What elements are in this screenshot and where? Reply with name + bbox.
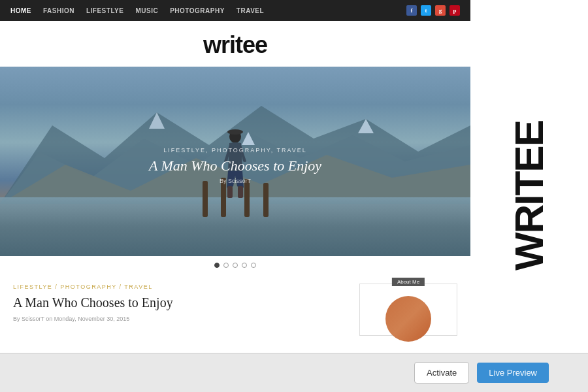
hero-category: LIFESTLYE, PHOTOGRAPHY, TRAVEL — [0, 147, 470, 154]
dot-3[interactable] — [233, 263, 238, 268]
brand-vertical-text: WRITEE — [509, 121, 549, 270]
about-me-label: About Me — [392, 278, 425, 286]
content-section: LIFESTLYE / PHOTOGRAPHY / TRAVEL A Man W… — [0, 274, 470, 336]
nav-photography[interactable]: PHOTOGRAPHY — [170, 7, 225, 14]
right-panel: WRITEE — [470, 0, 588, 392]
water-reflection — [0, 197, 470, 256]
googleplus-icon[interactable]: g — [435, 5, 446, 16]
site-title-bar: writee — [0, 21, 470, 67]
sidebar-box: About Me — [359, 284, 457, 336]
site-title[interactable]: writee — [0, 31, 470, 59]
article-section: LIFESTLYE / PHOTOGRAPHY / TRAVEL A Man W… — [13, 284, 359, 336]
slider-dots — [0, 256, 470, 274]
hero-title: A Man Who Chooses to Enjoy — [0, 157, 470, 174]
nav-fashion[interactable]: FASHION — [43, 7, 74, 14]
svg-rect-9 — [238, 186, 243, 198]
dot-2[interactable] — [223, 263, 229, 268]
activate-button[interactable]: Activate — [414, 362, 469, 384]
live-preview-button[interactable]: Live Preview — [477, 363, 549, 383]
nav-lifestyle[interactable]: LIFESTLYE — [86, 7, 123, 14]
dot-4[interactable] — [242, 263, 247, 268]
dot-5[interactable] — [251, 263, 256, 268]
theme-preview: HOME FASHION LIFESTLYE MUSIC PHOTOGRAPHY… — [0, 0, 470, 353]
dock-post-1 — [203, 181, 208, 217]
nav-links: HOME FASHION LIFESTLYE MUSIC PHOTOGRAPHY… — [10, 7, 264, 14]
facebook-icon[interactable]: f — [406, 5, 417, 16]
article-title[interactable]: A Man Who Chooses to Enjoy — [13, 295, 346, 310]
pinterest-icon[interactable]: p — [449, 5, 460, 16]
nav-social: f t g p — [406, 5, 460, 16]
hero-section: LIFESTLYE, PHOTOGRAPHY, TRAVEL A Man Who… — [0, 67, 470, 256]
svg-rect-8 — [227, 186, 233, 198]
bottom-bar: Activate Live Preview — [0, 353, 588, 392]
hero-author: By ScissorT — [0, 178, 470, 184]
main-wrapper: HOME FASHION LIFESTLYE MUSIC PHOTOGRAPHY… — [0, 0, 588, 392]
nav-travel[interactable]: TRAVEL — [237, 7, 264, 14]
hero-overlay: LIFESTLYE, PHOTOGRAPHY, TRAVEL A Man Who… — [0, 147, 470, 184]
twitter-icon[interactable]: t — [421, 5, 431, 16]
dock-post-4 — [263, 183, 269, 217]
nav-home[interactable]: HOME — [10, 7, 31, 14]
article-category: LIFESTLYE / PHOTOGRAPHY / TRAVEL — [13, 284, 346, 290]
svg-point-7 — [227, 129, 243, 135]
article-meta: By ScissorT on Monday, November 30, 2015 — [13, 316, 346, 322]
nav-music[interactable]: MUSIC — [135, 7, 158, 14]
avatar — [385, 296, 431, 342]
nav-bar: HOME FASHION LIFESTLYE MUSIC PHOTOGRAPHY… — [0, 0, 470, 21]
dot-1[interactable] — [214, 263, 220, 268]
